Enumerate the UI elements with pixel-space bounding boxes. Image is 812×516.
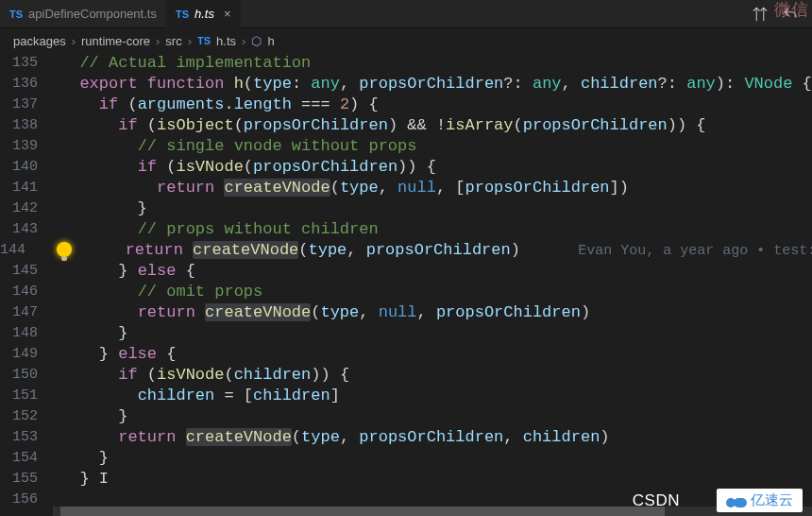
compare-icon[interactable] <box>752 6 769 23</box>
crumb-runtime-core[interactable]: runtime-core <box>81 34 150 48</box>
code-text[interactable]: // props without children <box>53 219 379 240</box>
code-text[interactable]: children = [children] <box>53 386 340 406</box>
code-line[interactable]: 154 } <box>0 448 812 469</box>
code-text[interactable]: return createVNode(type, propsOrChildren… <box>53 427 610 448</box>
code-text[interactable]: } <box>53 198 147 219</box>
code-text[interactable]: if (isVNode(children)) { <box>53 365 349 386</box>
line-number: 153 <box>0 427 53 448</box>
cloud-icon <box>726 494 747 507</box>
code-line[interactable]: 139 // single vnode without props <box>0 136 812 157</box>
line-number: 141 <box>0 178 53 198</box>
line-number: 156 <box>0 490 53 510</box>
function-icon: ⬡ <box>251 34 262 48</box>
code-text[interactable]: } else { <box>53 261 195 282</box>
ts-icon: TS <box>176 9 189 20</box>
code-text[interactable]: } <box>53 448 109 469</box>
code-text[interactable]: return createVNode(type, null, [propsOrC… <box>53 178 629 198</box>
code-text[interactable]: // Actual implementation <box>53 53 311 74</box>
line-number: 151 <box>0 386 53 406</box>
line-number: 136 <box>0 74 53 95</box>
code-line[interactable]: 144 return createVNode(type, propsOrChil… <box>0 240 812 261</box>
ts-icon: TS <box>9 9 23 20</box>
ts-icon: TS <box>197 35 211 46</box>
crumb-src[interactable]: src <box>165 34 181 48</box>
code-text[interactable]: } I <box>53 469 109 490</box>
code-line[interactable]: 155 } I <box>0 469 812 490</box>
lightbulb-icon[interactable] <box>57 242 72 257</box>
tab-bar: TS apiDefineComponent.ts TS h.ts × 微信 <box>0 0 812 28</box>
code-line[interactable]: 150 if (isVNode(children)) { <box>0 365 812 386</box>
line-number: 142 <box>0 198 53 219</box>
code-line[interactable]: 152 } <box>0 406 812 427</box>
code-line[interactable]: 145 } else { <box>0 261 812 282</box>
scrollbar-thumb[interactable] <box>60 507 665 516</box>
line-number: 152 <box>0 406 53 427</box>
line-number: 140 <box>0 157 53 178</box>
line-number: 145 <box>0 261 53 282</box>
code-line[interactable]: 146 // omit props <box>0 282 812 302</box>
code-text[interactable]: export function h(type: any, propsOrChil… <box>53 74 812 95</box>
crumb-packages[interactable]: packages <box>13 34 66 48</box>
code-text[interactable]: } else { <box>53 344 176 365</box>
code-line[interactable]: 143 // props without children <box>0 219 812 240</box>
tab-apidefinecomponent[interactable]: TS apiDefineComponent.ts <box>0 0 166 28</box>
csdn-watermark: CSDN <box>633 491 680 510</box>
line-number: 146 <box>0 282 53 302</box>
tab-label: h.ts <box>195 7 214 21</box>
code-editor[interactable]: 135 // Actual implementation136 export f… <box>0 53 812 516</box>
line-number: 154 <box>0 448 53 469</box>
code-text[interactable]: } <box>53 406 127 427</box>
code-text[interactable]: return createVNode(type, null, propsOrCh… <box>53 302 590 323</box>
line-number: 147 <box>0 302 53 323</box>
code-line[interactable]: 137 if (arguments.length === 2) { <box>0 95 812 115</box>
horizontal-scrollbar[interactable] <box>53 507 812 516</box>
line-number: 144 <box>0 240 41 261</box>
code-line[interactable]: 151 children = [children] <box>0 386 812 406</box>
code-text[interactable]: if (isObject(propsOrChildren) && !isArra… <box>53 115 706 136</box>
breadcrumb[interactable]: packages› runtime-core› src› TS h.ts› ⬡ … <box>0 28 812 53</box>
crumb-file[interactable]: h.ts <box>216 34 236 48</box>
close-icon[interactable]: × <box>224 7 231 21</box>
code-line[interactable]: 147 return createVNode(type, null, props… <box>0 302 812 323</box>
wechat-watermark: 微信 <box>774 0 808 21</box>
line-number: 138 <box>0 115 53 136</box>
code-line[interactable]: 140 if (isVNode(propsOrChildren)) { <box>0 157 812 178</box>
code-line[interactable]: 148 } <box>0 323 812 344</box>
code-text[interactable]: } <box>53 323 127 344</box>
code-text[interactable]: if (isVNode(propsOrChildren)) { <box>53 157 436 178</box>
line-number: 137 <box>0 95 53 115</box>
yisu-watermark: 亿速云 <box>717 489 803 512</box>
code-line[interactable]: 135 // Actual implementation <box>0 53 812 74</box>
code-line[interactable]: 136 export function h(type: any, propsOr… <box>0 74 812 95</box>
line-number: 143 <box>0 219 53 240</box>
tab-h-ts[interactable]: TS h.ts × <box>166 0 241 28</box>
line-number: 139 <box>0 136 53 157</box>
tab-label: apiDefineComponent.ts <box>28 7 157 21</box>
line-number: 155 <box>0 469 53 490</box>
line-number: 150 <box>0 365 53 386</box>
code-text[interactable]: // omit props <box>53 282 262 302</box>
line-number: 135 <box>0 53 53 74</box>
code-text[interactable]: // single vnode without props <box>53 136 416 157</box>
code-text[interactable]: if (arguments.length === 2) { <box>53 95 379 115</box>
code-text[interactable]: return createVNode(type, propsOrChildren… <box>41 240 812 261</box>
line-number: 149 <box>0 344 53 365</box>
code-line[interactable]: 138 if (isObject(propsOrChildren) && !is… <box>0 115 812 136</box>
code-line[interactable]: 142 } <box>0 198 812 219</box>
code-line[interactable]: 141 return createVNode(type, null, [prop… <box>0 178 812 198</box>
code-line[interactable]: 153 return createVNode(type, propsOrChil… <box>0 427 812 448</box>
line-number: 148 <box>0 323 53 344</box>
crumb-symbol[interactable]: h <box>267 34 274 48</box>
code-line[interactable]: 149 } else { <box>0 344 812 365</box>
